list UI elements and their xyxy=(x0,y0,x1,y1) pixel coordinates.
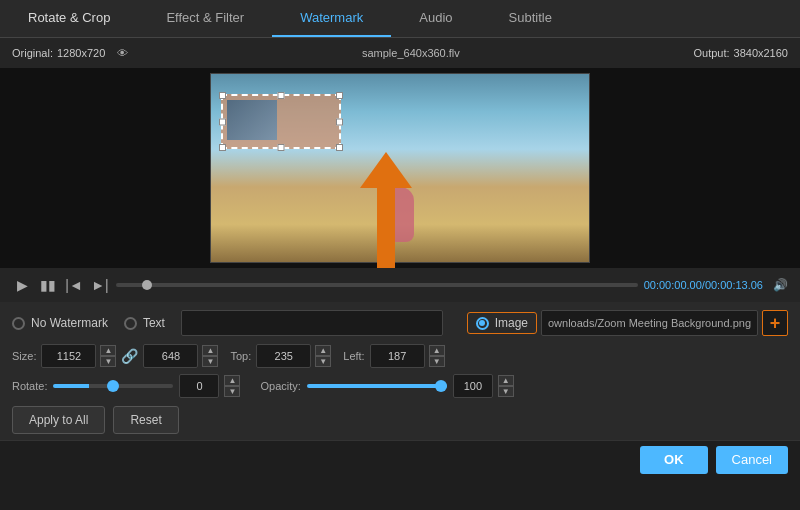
top-spinner: ▲ ▼ xyxy=(315,345,331,367)
left-up[interactable]: ▲ xyxy=(429,345,445,356)
opacity-slider[interactable] xyxy=(307,384,447,388)
tab-audio[interactable]: Audio xyxy=(391,0,480,37)
size-width-down[interactable]: ▼ xyxy=(100,356,116,367)
arrow-head xyxy=(360,152,412,188)
text-watermark-input[interactable] xyxy=(181,310,443,336)
time-current: 00:00:00.00 xyxy=(644,279,702,291)
stop-button[interactable]: ▮▮ xyxy=(38,275,58,295)
rotate-slider[interactable] xyxy=(53,384,173,388)
size-width-spinner: ▲ ▼ xyxy=(100,345,116,367)
opacity-spinner: ▲ ▼ xyxy=(498,375,514,397)
left-group: Left: ▲ ▼ xyxy=(343,344,444,368)
no-watermark-option[interactable]: No Watermark xyxy=(12,316,108,330)
cancel-button[interactable]: Cancel xyxy=(716,446,788,474)
no-watermark-radio[interactable] xyxy=(12,317,25,330)
resize-handle-mr[interactable] xyxy=(336,118,343,125)
tab-bar: Rotate & Crop Effect & Filter Watermark … xyxy=(0,0,800,38)
size-group: Size: ▲ ▼ 🔗 ▲ ▼ xyxy=(12,344,218,368)
resize-handle-ml[interactable] xyxy=(219,118,226,125)
image-option[interactable]: Image xyxy=(467,312,537,334)
output-value: 3840x2160 xyxy=(734,47,788,59)
rotate-label: Rotate: xyxy=(12,380,47,392)
volume-icon[interactable]: 🔊 xyxy=(773,278,788,292)
arrow-annotation xyxy=(360,153,412,268)
opacity-input[interactable] xyxy=(453,374,493,398)
bottom-bar: OK Cancel xyxy=(0,440,800,478)
image-label: Image xyxy=(495,316,528,330)
watermark-type-row: No Watermark Text Image ownloads/Zoom Me… xyxy=(12,310,788,336)
text-label: Text xyxy=(143,316,165,330)
resize-handle-bl[interactable] xyxy=(219,144,226,151)
rotate-spinner: ▲ ▼ xyxy=(224,375,240,397)
size-width-up[interactable]: ▲ xyxy=(100,345,116,356)
size-height-spinner: ▲ ▼ xyxy=(202,345,218,367)
tab-effect-filter[interactable]: Effect & Filter xyxy=(138,0,272,37)
opacity-up[interactable]: ▲ xyxy=(498,375,514,386)
size-height-down[interactable]: ▼ xyxy=(202,356,218,367)
top-down[interactable]: ▼ xyxy=(315,356,331,367)
tab-watermark[interactable]: Watermark xyxy=(272,0,391,37)
size-height-up[interactable]: ▲ xyxy=(202,345,218,356)
top-input[interactable] xyxy=(256,344,311,368)
left-spinner: ▲ ▼ xyxy=(429,345,445,367)
arrow-shaft xyxy=(377,188,395,268)
watermark-image-preview xyxy=(227,100,277,140)
eye-icon[interactable]: 👁 xyxy=(117,47,128,59)
left-input[interactable] xyxy=(370,344,425,368)
tab-rotate-crop[interactable]: Rotate & Crop xyxy=(0,0,138,37)
image-file-path: ownloads/Zoom Meeting Background.png xyxy=(541,310,758,336)
text-option[interactable]: Text xyxy=(124,316,165,330)
text-radio[interactable] xyxy=(124,317,137,330)
size-label: Size: xyxy=(12,350,36,362)
rotate-opacity-row: Rotate: ▲ ▼ Opacity: ▲ ▼ xyxy=(12,374,788,398)
resize-handle-tc[interactable] xyxy=(278,92,285,99)
no-watermark-label: No Watermark xyxy=(31,316,108,330)
link-dimensions-icon[interactable]: 🔗 xyxy=(121,348,138,364)
resize-handle-bc[interactable] xyxy=(278,144,285,151)
reset-button[interactable]: Reset xyxy=(113,406,178,434)
size-width-input[interactable] xyxy=(41,344,96,368)
rotate-input[interactable] xyxy=(179,374,219,398)
next-frame-button[interactable]: ►| xyxy=(90,275,110,295)
time-display: 00:00:00.00/00:00:13.06 xyxy=(644,279,763,291)
watermark-controls: No Watermark Text Image ownloads/Zoom Me… xyxy=(0,302,800,440)
left-down[interactable]: ▼ xyxy=(429,356,445,367)
apply-to-all-button[interactable]: Apply to All xyxy=(12,406,105,434)
file-info-bar: Original: 1280x720 👁 sample_640x360.flv … xyxy=(0,38,800,68)
resize-handle-tl[interactable] xyxy=(219,92,226,99)
original-label: Original: xyxy=(12,47,53,59)
rotate-group: Rotate: ▲ ▼ xyxy=(12,374,240,398)
original-value: 1280x720 xyxy=(57,47,105,59)
opacity-group: Opacity: ▲ ▼ xyxy=(260,374,513,398)
progress-handle[interactable] xyxy=(142,280,152,290)
add-image-button[interactable]: + xyxy=(762,310,788,336)
time-total: 00:00:13.06 xyxy=(705,279,763,291)
output-label: Output: xyxy=(693,47,729,59)
opacity-down[interactable]: ▼ xyxy=(498,386,514,397)
tab-subtitle[interactable]: Subtitle xyxy=(481,0,580,37)
top-group: Top: ▲ ▼ xyxy=(230,344,331,368)
action-buttons-row: Apply to All Reset xyxy=(12,406,788,434)
ok-button[interactable]: OK xyxy=(640,446,708,474)
left-label: Left: xyxy=(343,350,364,362)
resize-handle-tr[interactable] xyxy=(336,92,343,99)
filename: sample_640x360.flv xyxy=(362,47,460,59)
progress-track[interactable] xyxy=(116,283,638,287)
resize-handle-br[interactable] xyxy=(336,144,343,151)
size-height-input[interactable] xyxy=(143,344,198,368)
playback-bar: ▶ ▮▮ |◄ ►| 00:00:00.00/00:00:13.06 🔊 xyxy=(0,268,800,302)
preview-area xyxy=(0,68,800,268)
top-label: Top: xyxy=(230,350,251,362)
prev-frame-button[interactable]: |◄ xyxy=(64,275,84,295)
opacity-label: Opacity: xyxy=(260,380,300,392)
rotate-up[interactable]: ▲ xyxy=(224,375,240,386)
watermark-overlay[interactable] xyxy=(221,94,341,149)
rotate-down[interactable]: ▼ xyxy=(224,386,240,397)
image-radio[interactable] xyxy=(476,317,489,330)
play-button[interactable]: ▶ xyxy=(12,275,32,295)
size-position-row: Size: ▲ ▼ 🔗 ▲ ▼ Top: ▲ ▼ Left: xyxy=(12,344,788,368)
top-up[interactable]: ▲ xyxy=(315,345,331,356)
